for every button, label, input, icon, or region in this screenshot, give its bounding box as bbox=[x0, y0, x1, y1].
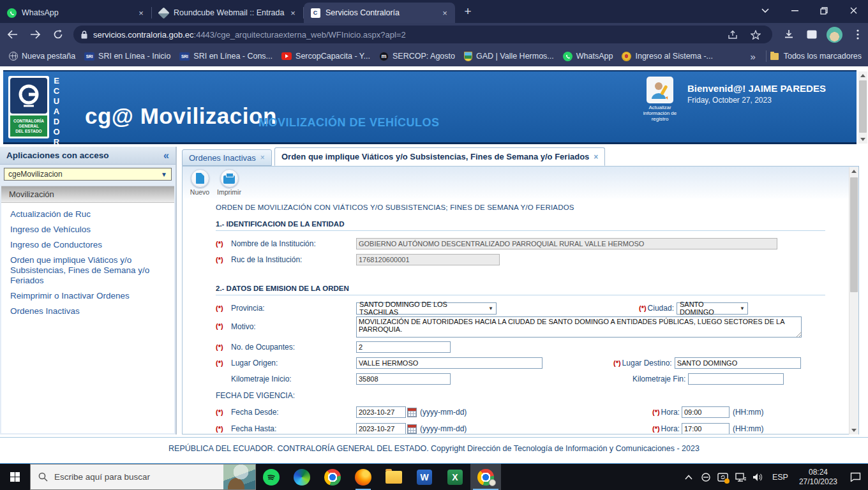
back-icon[interactable] bbox=[3, 24, 23, 45]
scroll-down-icon[interactable] bbox=[858, 135, 867, 144]
bookmark-gad-valle-hermoso[interactable]: GAD | Valle Hermos... bbox=[464, 52, 554, 61]
application-select[interactable]: cgeMovilizacion ▼ bbox=[4, 168, 172, 181]
bookmark-nueva-pestana[interactable]: Nueva pestaña bbox=[9, 52, 75, 61]
reload-icon[interactable] bbox=[48, 24, 68, 45]
close-window-button[interactable] bbox=[839, 0, 868, 21]
required-mark: (*) bbox=[216, 343, 231, 351]
fecha-desde-input[interactable] bbox=[356, 406, 406, 418]
browser-tab-whatsapp[interactable]: WhatsApp × bbox=[0, 3, 151, 23]
hidden-icons-chevron[interactable] bbox=[680, 464, 698, 490]
bookmarks-overflow-chevron[interactable]: » bbox=[744, 51, 761, 62]
url-host: servicios.contraloria.gob.ec bbox=[93, 30, 194, 40]
browser-titlebar: WhatsApp × Roundcube Webmail :: Entrada … bbox=[0, 0, 868, 23]
provincia-select[interactable]: SANTO DOMINGO DE LOS TSACHILAS ▼ bbox=[356, 302, 497, 315]
side-panel-icon[interactable] bbox=[802, 24, 822, 45]
sidebar-item-ordenes-inactivas[interactable]: Ordenes Inactivas bbox=[10, 306, 168, 316]
sidebar-item-orden-viaticos[interactable]: Orden que implique Viáticos y/o Subsiste… bbox=[10, 255, 168, 286]
search-highlight-image[interactable] bbox=[223, 464, 255, 489]
km-fin-input[interactable] bbox=[688, 373, 784, 385]
windows-logo-icon bbox=[10, 472, 20, 482]
bookmark-sri-consultas[interactable]: SRISRI en Línea - Cons... bbox=[179, 52, 273, 61]
taskbar-chrome-active[interactable] bbox=[470, 464, 501, 490]
address-bar[interactable]: servicios.contraloria.gob.ec:4443/cge_ar… bbox=[73, 26, 772, 43]
update-registration-caption[interactable]: Actualizar información de registro bbox=[641, 105, 679, 122]
scroll-down-icon[interactable] bbox=[849, 426, 858, 434]
motivo-label: Motivo: bbox=[231, 322, 356, 331]
network-icon[interactable] bbox=[732, 464, 749, 490]
scrollbar-thumb[interactable] bbox=[850, 177, 858, 292]
minimize-button[interactable] bbox=[780, 0, 809, 21]
language-indicator[interactable]: ESP bbox=[767, 473, 794, 482]
tab-close-icon[interactable]: × bbox=[440, 8, 450, 18]
sidebar-collapse-icon[interactable]: « bbox=[163, 150, 169, 161]
browser-menu-chevron-icon[interactable] bbox=[751, 0, 780, 21]
taskbar-edge[interactable] bbox=[287, 464, 317, 490]
scroll-up-icon[interactable] bbox=[849, 167, 858, 175]
taskbar-file-explorer[interactable] bbox=[378, 464, 409, 490]
bookmark-ingreso-sistema[interactable]: Ingreso al Sistema -... bbox=[622, 52, 713, 61]
ecuador-crest-icon bbox=[622, 52, 631, 61]
sidebar-item-actualizacion-ruc[interactable]: Actualización de Ruc bbox=[10, 209, 168, 219]
bookmark-star-icon[interactable] bbox=[745, 24, 766, 45]
browser-tab-contraloria-active[interactable]: C Servicios Contraloría × bbox=[304, 3, 455, 23]
bookmark-sercopcapacita[interactable]: SercopCapacita - Y... bbox=[281, 52, 370, 61]
resize-grip-icon[interactable] bbox=[797, 332, 802, 337]
update-registration-avatar[interactable] bbox=[647, 77, 673, 103]
restore-button[interactable] bbox=[809, 0, 839, 21]
form-scrollbar[interactable] bbox=[849, 167, 858, 434]
tab-close-icon[interactable]: × bbox=[288, 8, 298, 18]
contraloria-favicon-icon: C bbox=[310, 8, 320, 18]
action-center-icon[interactable] bbox=[842, 464, 868, 490]
taskbar-search[interactable]: Escribe aquí para buscar bbox=[30, 464, 256, 490]
bookmark-whatsapp[interactable]: WhatsApp bbox=[563, 52, 613, 61]
motivo-textarea[interactable]: MOVILIZACIÓN DE AUTORIDADES HACIA LA CIU… bbox=[356, 316, 802, 338]
sync-update-icon[interactable] bbox=[715, 464, 732, 490]
share-icon[interactable] bbox=[722, 24, 743, 45]
km-inicio-input[interactable] bbox=[356, 373, 451, 385]
print-button[interactable]: Imprimir bbox=[214, 168, 244, 198]
new-tab-button[interactable]: + bbox=[459, 3, 477, 20]
order-form: ORDEN DE MOVILIZACIÓN CON VIÁTICOS Y/O S… bbox=[183, 198, 849, 434]
origen-input[interactable] bbox=[356, 357, 542, 369]
taskbar-excel[interactable]: X bbox=[440, 464, 470, 490]
hora-hasta-input[interactable] bbox=[682, 423, 730, 434]
volume-icon[interactable] bbox=[749, 464, 767, 490]
clock-date: 27/10/2023 bbox=[799, 477, 837, 486]
tab-orden-viaticos-active[interactable]: Orden que implique Viáticos y/o Subsiste… bbox=[274, 147, 605, 166]
new-button[interactable]: Nuevo bbox=[185, 168, 214, 198]
sidebar-item-reimprimir-inactivar[interactable]: Reimprimir o Inactivar Ordenes bbox=[10, 291, 168, 301]
forward-icon[interactable] bbox=[26, 24, 46, 45]
calendar-icon[interactable] bbox=[407, 424, 417, 434]
taskbar-clock[interactable]: 08:24 27/10/2023 bbox=[794, 468, 842, 487]
scroll-up-icon[interactable] bbox=[858, 71, 867, 80]
calendar-icon[interactable] bbox=[407, 408, 417, 417]
browser-tab-roundcube[interactable]: Roundcube Webmail :: Entrada × bbox=[152, 3, 303, 23]
start-button[interactable] bbox=[0, 464, 30, 490]
bookmark-sri-inicio[interactable]: SRISRI en Línea - Inicio bbox=[84, 52, 170, 61]
sidebar-item-ingreso-conductores[interactable]: Ingreso de Conductores bbox=[10, 240, 168, 250]
browser-more-menu-icon[interactable] bbox=[848, 24, 868, 45]
fecha-hasta-input[interactable] bbox=[356, 423, 406, 434]
hora-desde-input[interactable] bbox=[682, 406, 730, 418]
download-icon[interactable] bbox=[779, 24, 799, 45]
profile-avatar[interactable] bbox=[825, 24, 845, 45]
tab-close-icon[interactable]: × bbox=[136, 8, 146, 18]
bookmark-sercop-agosto[interactable]: mSERCOP: Agosto bbox=[379, 52, 455, 61]
taskbar-firefox[interactable] bbox=[348, 464, 378, 490]
taskbar-word[interactable]: W bbox=[409, 464, 440, 490]
taskbar-chrome[interactable] bbox=[317, 464, 348, 490]
taskbar-spotify[interactable] bbox=[256, 464, 287, 490]
tab-close-icon[interactable]: × bbox=[260, 153, 265, 162]
sidebar-menu-group[interactable]: Movilización bbox=[1, 186, 174, 203]
scrollbar-thumb[interactable] bbox=[859, 80, 867, 133]
cge-logo: CONTRALORÍA GENERAL DEL ESTADO ECUADOR bbox=[8, 76, 61, 138]
sidebar-item-ingreso-vehiculos[interactable]: Ingreso de Vehículos bbox=[10, 225, 168, 235]
tab-ordenes-inactivas[interactable]: Ordenes Inactivas × bbox=[182, 149, 272, 166]
onedrive-icon[interactable] bbox=[698, 464, 715, 490]
all-bookmarks-label[interactable]: Todos los marcadores bbox=[784, 52, 862, 61]
ocupantes-input[interactable] bbox=[356, 341, 451, 353]
tab-close-icon[interactable]: × bbox=[594, 152, 598, 161]
destino-input[interactable] bbox=[675, 357, 801, 369]
ciudad-select[interactable]: SANTO DOMINGO ▼ bbox=[677, 302, 748, 315]
banner-scrollbar[interactable] bbox=[858, 71, 867, 144]
